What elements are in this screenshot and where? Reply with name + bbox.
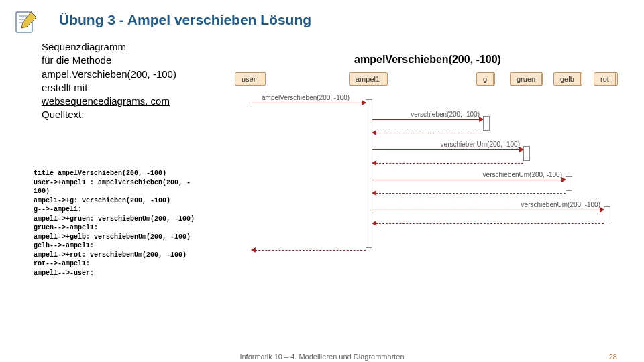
actor-label: gelb [553, 72, 581, 86]
desc-line: Quelltext: [42, 108, 176, 121]
pencil-note-icon [12, 8, 39, 35]
message: verschieben(200, -100) [372, 113, 483, 122]
actor-label: g [476, 72, 494, 86]
actor-label: ampel1 [349, 72, 386, 86]
return [372, 156, 523, 166]
activation-bar [604, 206, 610, 221]
message: verschiebenUm(200, -100) [372, 203, 604, 213]
desc-line: Sequenzdiagramm [42, 40, 176, 54]
return [372, 186, 566, 196]
desc-line: ampel.Verschieben(200, -100) [42, 68, 176, 81]
description-block: Sequenzdiagramm für die Methode ampel.Ve… [42, 40, 176, 122]
footer-text: Informatik 10 – 4. Modellieren und Diagr… [0, 353, 644, 361]
actor-label: user [235, 72, 262, 86]
desc-line: für die Methode [42, 54, 176, 67]
slide-title: Übung 3 - Ampel verschieben Lösung [59, 12, 311, 28]
activation-bar [566, 176, 572, 191]
return [252, 243, 366, 253]
actor-gelb: gelb gelb [553, 72, 584, 86]
actor-label: gruen [510, 72, 542, 86]
actor-ampel1: ampel1 ampel1 [349, 72, 389, 86]
message: verschiebenUm(200, -100) [372, 173, 566, 182]
source-code: title ampelVerschieben(200, -100) user->… [34, 169, 195, 278]
return [372, 126, 483, 135]
activation-bar [523, 146, 530, 161]
sequence-diagram: ampelVerschieben(200, -100) user user am… [228, 54, 627, 288]
actor-user: user user [235, 72, 268, 86]
actor-gruen: gruen gruen [510, 72, 543, 86]
page-number: 28 [609, 353, 617, 361]
actor-label: rot [594, 72, 616, 86]
actor-g: g g [476, 72, 496, 86]
message: ampelVerschieben(200, -100) [252, 96, 366, 105]
lifelines-area: user user ampel1 ampel1 g g gruen gruen … [228, 72, 627, 274]
return [372, 217, 604, 226]
message: verschiebenUm(200, -100) [372, 143, 523, 152]
desc-line: erstellt mit [42, 81, 176, 95]
wsd-link[interactable]: websequencediagrams. com [42, 95, 170, 107]
activation-bar [483, 116, 490, 131]
diagram-title: ampelVerschieben(200, -100) [228, 54, 627, 66]
actor-rot: rot rot [594, 72, 621, 86]
